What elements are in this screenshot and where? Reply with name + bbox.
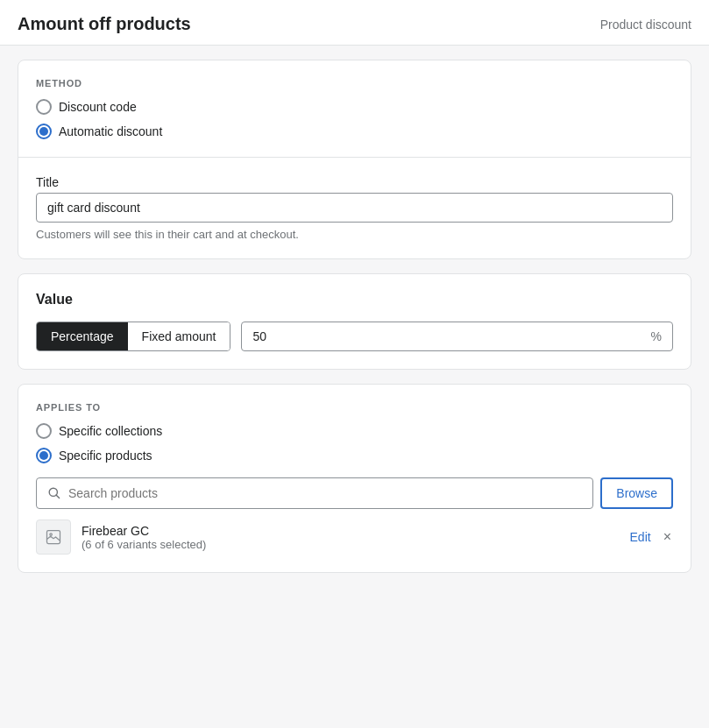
product-actions: Edit × [630, 527, 673, 547]
search-wrapper [36, 477, 593, 509]
automatic-discount-label: Automatic discount [59, 124, 162, 138]
method-radio-group: Discount code Automatic discount [36, 99, 673, 139]
value-input[interactable] [252, 329, 647, 343]
value-toggle-group: Percentage Fixed amount [36, 322, 230, 351]
product-info: Firebear GC (6 of 6 variants selected) [82, 524, 620, 551]
value-card: Value Percentage Fixed amount % [18, 273, 691, 370]
product-variants: (6 of 6 variants selected) [82, 538, 620, 551]
page-container: Amount off products Product discount MET… [0, 0, 709, 587]
applies-to-radio-group: Specific collections Specific products [36, 423, 673, 463]
method-title-card: METHOD Discount code Automatic discount … [18, 60, 691, 259]
product-item: Firebear GC (6 of 6 variants selected) E… [36, 509, 673, 555]
edit-product-link[interactable]: Edit [630, 530, 651, 544]
applies-to-card: APPLIES TO Specific collections Specific… [18, 384, 691, 573]
title-field-label: Title [36, 175, 673, 189]
applies-to-label: APPLIES TO [36, 402, 673, 413]
product-name: Firebear GC [82, 524, 620, 538]
remove-product-button[interactable]: × [662, 527, 673, 547]
value-section: Value Percentage Fixed amount % [18, 274, 691, 369]
title-section: Title Customers will see this in their c… [18, 157, 691, 258]
product-image-placeholder-icon [45, 528, 62, 546]
radio-item-specific-products[interactable]: Specific products [36, 448, 673, 463]
search-icon [47, 486, 61, 500]
radio-automatic-discount[interactable] [36, 124, 52, 139]
value-heading: Value [36, 292, 673, 307]
radio-specific-collections[interactable] [36, 423, 52, 439]
page-subtitle: Product discount [600, 18, 691, 32]
percentage-toggle[interactable]: Percentage [37, 322, 128, 350]
title-help-text: Customers will see this in their cart an… [36, 228, 673, 241]
fixed-amount-toggle[interactable]: Fixed amount [128, 322, 230, 350]
value-input-wrapper: % [241, 322, 673, 351]
svg-line-1 [56, 495, 60, 498]
page-header: Amount off products Product discount [0, 0, 709, 46]
search-products-input[interactable] [68, 486, 582, 500]
search-row: Browse [36, 477, 673, 509]
radio-discount-code[interactable] [36, 99, 52, 115]
value-suffix: % [651, 329, 662, 343]
browse-button[interactable]: Browse [600, 477, 673, 509]
method-label: METHOD [36, 78, 673, 88]
specific-collections-label: Specific collections [59, 424, 162, 438]
discount-code-label: Discount code [59, 100, 137, 114]
radio-specific-products[interactable] [36, 448, 52, 463]
method-section: METHOD Discount code Automatic discount [18, 60, 691, 157]
specific-products-label: Specific products [59, 449, 152, 463]
radio-item-specific-collections[interactable]: Specific collections [36, 423, 673, 439]
page-title: Amount off products [18, 14, 191, 34]
value-row: Percentage Fixed amount % [36, 322, 673, 351]
applies-to-section: APPLIES TO Specific collections Specific… [18, 385, 691, 572]
title-input[interactable] [36, 193, 673, 223]
svg-point-3 [50, 534, 53, 536]
product-thumbnail [36, 519, 71, 555]
radio-item-discount-code[interactable]: Discount code [36, 99, 673, 115]
radio-item-automatic-discount[interactable]: Automatic discount [36, 124, 673, 139]
